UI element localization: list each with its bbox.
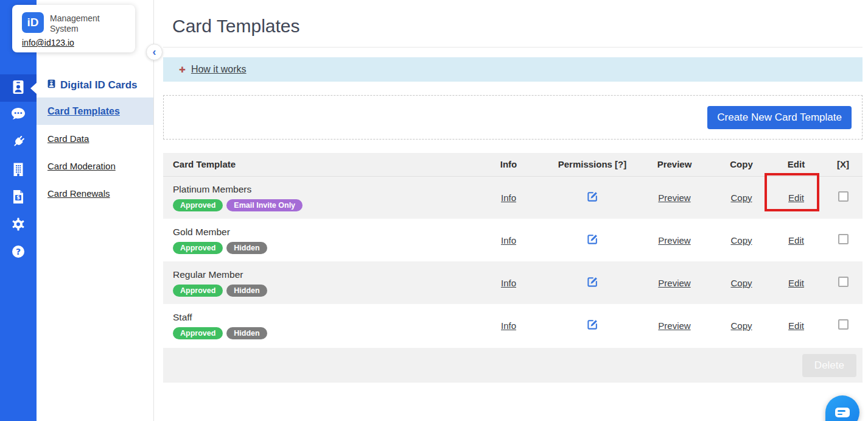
info-link[interactable]: Info: [501, 320, 516, 331]
select-cell: [824, 261, 863, 304]
brand-logo-icon: iD: [22, 12, 44, 33]
chat-icon: [835, 408, 850, 417]
table-header-row: Card TemplateInfoPermissions [?]PreviewC…: [163, 153, 863, 176]
sidebar-item-billing[interactable]: $: [0, 184, 37, 211]
chevron-left-icon: ‹: [153, 46, 156, 57]
edit-cell: Edit: [769, 261, 824, 304]
copy-link[interactable]: Copy: [730, 320, 752, 331]
permissions-cell: [550, 219, 635, 261]
sidebar-item-messages[interactable]: [0, 102, 37, 129]
edit-cell: Edit: [769, 219, 824, 261]
copy-link[interactable]: Copy: [730, 193, 752, 203]
sidebar-item-settings[interactable]: [0, 211, 37, 239]
status-badge: Approved: [173, 327, 223, 339]
select-cell: [824, 176, 863, 219]
sidebar-item-integrations[interactable]: [0, 129, 37, 157]
status-badge: Approved: [173, 242, 223, 254]
edit-permissions-icon[interactable]: [587, 319, 598, 332]
permissions-cell: [550, 261, 635, 304]
sidebar-item-id-cards[interactable]: [0, 74, 37, 102]
sidebar-item-card-templates[interactable]: Card Templates: [37, 97, 153, 125]
card-template-name: Staff: [173, 312, 467, 323]
sidebar-item-card-moderation[interactable]: Card Moderation: [37, 152, 153, 180]
billing-icon: $: [12, 189, 24, 207]
id-card-icon: [47, 79, 55, 91]
integrations-icon: [10, 134, 26, 152]
table-row: Gold Member ApprovedHidden Info Preview …: [163, 219, 863, 261]
copy-link[interactable]: Copy: [730, 235, 752, 246]
copy-link[interactable]: Copy: [730, 278, 752, 288]
how-it-works-link[interactable]: How it works: [191, 64, 247, 75]
info-link[interactable]: Info: [501, 235, 516, 246]
column-header-card-template: Card Template: [163, 153, 467, 176]
toolbar-panel: Create New Card Template: [163, 95, 863, 140]
how-it-works-banner: ✚ How it works: [163, 57, 863, 82]
page-title: Card Templates: [172, 16, 863, 37]
column-header-x: [X]: [824, 153, 863, 176]
status-badge: Approved: [173, 199, 223, 211]
svg-text:$: $: [16, 194, 20, 200]
preview-link[interactable]: Preview: [658, 235, 690, 246]
info-cell: Info: [467, 261, 550, 304]
sidebar-item-card-renewals[interactable]: Card Renewals: [37, 180, 153, 207]
permissions-cell: [550, 304, 635, 347]
row-checkbox[interactable]: [838, 191, 849, 202]
edit-link[interactable]: Edit: [788, 320, 804, 331]
create-card-template-button[interactable]: Create New Card Template: [707, 106, 852, 129]
secondary-sidebar: Digital ID Cards Card TemplatesCard Data…: [37, 0, 154, 421]
sidenav-header-label: Digital ID Cards: [60, 79, 138, 91]
info-link[interactable]: Info: [501, 193, 516, 203]
preview-link[interactable]: Preview: [658, 320, 690, 331]
card-template-cell: Platinum Members ApprovedEmail Invite On…: [163, 176, 467, 219]
column-header-edit: Edit: [769, 153, 824, 176]
settings-icon: [11, 217, 26, 234]
brand-name-line1: Management: [50, 13, 100, 24]
edit-link[interactable]: Edit: [788, 235, 804, 246]
edit-link[interactable]: Edit: [788, 193, 804, 203]
svg-text:?: ?: [16, 246, 21, 256]
sidebar-item-help[interactable]: ?: [0, 239, 37, 266]
sidebar-item-card-data[interactable]: Card Data: [37, 125, 153, 152]
info-link[interactable]: Info: [501, 278, 516, 288]
info-cell: Info: [467, 219, 550, 261]
preview-cell: Preview: [635, 261, 714, 304]
card-template-cell: Regular Member ApprovedHidden: [163, 261, 467, 304]
sidebar-item-organization[interactable]: [0, 157, 37, 184]
copy-cell: Copy: [714, 261, 769, 304]
card-template-cell: Staff ApprovedHidden: [163, 304, 467, 347]
delete-button[interactable]: Delete: [802, 354, 856, 377]
copy-cell: Copy: [714, 176, 769, 219]
organization-icon: [12, 162, 25, 179]
title-divider: [163, 47, 863, 48]
edit-permissions-icon[interactable]: [587, 276, 598, 289]
id-cards-icon: [12, 80, 25, 97]
status-badge: Approved: [173, 285, 223, 297]
nav-item-label: Card Templates: [47, 106, 120, 117]
table-row: Regular Member ApprovedHidden Info Previ…: [163, 261, 863, 304]
sidebar-collapse-button[interactable]: ‹: [146, 44, 163, 60]
brand-email-link[interactable]: info@id123.io: [22, 38, 74, 48]
sidenav-header: Digital ID Cards: [37, 73, 153, 97]
preview-link[interactable]: Preview: [658, 278, 690, 288]
row-checkbox[interactable]: [838, 319, 849, 330]
edit-permissions-icon[interactable]: [587, 191, 598, 204]
column-header-info: Info: [467, 153, 550, 176]
messages-icon: [10, 107, 26, 124]
edit-cell: Edit: [769, 176, 824, 219]
preview-link[interactable]: Preview: [658, 193, 690, 203]
preview-cell: Preview: [635, 176, 714, 219]
row-checkbox[interactable]: [838, 234, 849, 244]
plus-icon: ✚: [179, 66, 186, 74]
preview-cell: Preview: [635, 304, 714, 347]
edit-permissions-icon[interactable]: [587, 233, 598, 247]
row-checkbox[interactable]: [838, 277, 849, 287]
brand-name: Management System: [50, 12, 100, 34]
active-item-arrow: [30, 83, 37, 94]
card-templates-table-wrap: Card TemplateInfoPermissions [?]PreviewC…: [163, 153, 863, 383]
brand-logo-text: iD: [27, 16, 39, 29]
edit-link[interactable]: Edit: [788, 278, 804, 288]
permissions-cell: [550, 176, 635, 219]
info-cell: Info: [467, 304, 550, 347]
status-badge: Email Invite Only: [226, 199, 303, 211]
select-cell: [824, 219, 863, 261]
